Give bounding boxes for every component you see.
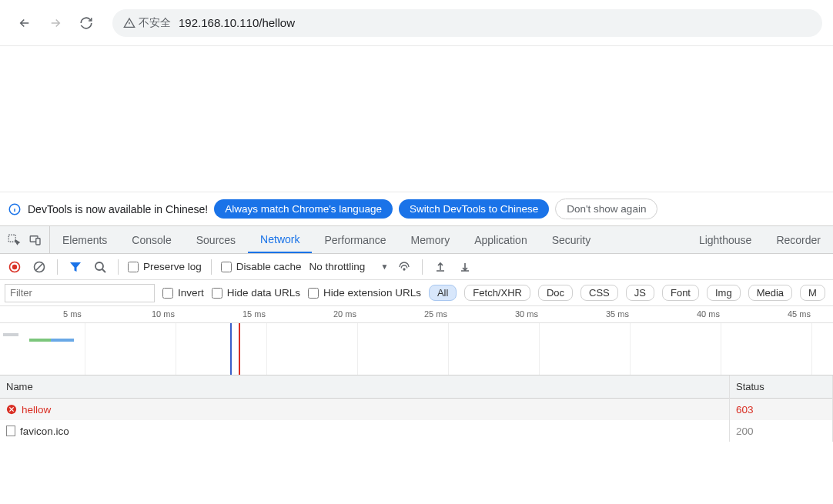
page-viewport [0,46,833,192]
tab-recorder[interactable]: Recorder [764,226,833,253]
table-row[interactable]: hellow [0,399,729,420]
always-match-button[interactable]: Always match Chrome's language [214,199,393,219]
tab-sources[interactable]: Sources [184,226,248,253]
back-button[interactable] [11,9,38,37]
search-icon[interactable] [92,259,109,275]
timeline-overview[interactable]: 5 ms 10 ms 15 ms 20 ms 25 ms 30 ms 35 ms… [0,306,833,375]
reload-icon [79,16,93,30]
hide-extension-urls-checkbox[interactable]: Hide extension URLs [308,287,421,299]
reload-button[interactable] [72,9,100,37]
column-header-name[interactable]: Name [0,375,729,399]
timeline-bar [51,339,74,342]
clear-button[interactable] [31,259,48,275]
hide-data-urls-checkbox[interactable]: Hide data URLs [212,287,300,299]
svg-point-8 [403,269,405,270]
timeline-bar [29,339,52,342]
filter-chip-fetch[interactable]: Fetch/XHR [464,285,530,301]
filter-chip-manifest[interactable]: M [800,285,825,301]
document-icon [6,426,15,436]
request-table: Name hellow favicon.ico Status 603 200 [0,375,833,442]
language-notice-bar: DevTools is now available in Chinese! Al… [0,192,833,226]
filter-chip-js[interactable]: JS [626,285,654,301]
filter-chip-doc[interactable]: Doc [538,285,573,301]
arrow-left-icon [18,16,32,30]
forward-button[interactable] [42,9,69,37]
tab-elements[interactable]: Elements [50,226,119,253]
url-text: 192.168.10.110/hellow [179,16,295,29]
timeline-bar [3,333,18,336]
filter-chip-css[interactable]: CSS [580,285,618,301]
table-row[interactable]: favicon.ico [0,420,729,442]
info-icon [8,202,22,216]
tab-performance[interactable]: Performance [312,226,398,253]
svg-rect-3 [36,238,40,244]
switch-devtools-button[interactable]: Switch DevTools to Chinese [399,199,549,219]
warning-triangle-icon [123,17,135,29]
tab-network[interactable]: Network [248,226,312,253]
status-cell: 603 [730,399,832,420]
request-name: hellow [22,404,51,416]
browser-toolbar: 不安全 192.168.10.110/hellow [0,0,833,46]
dom-content-marker [230,323,232,375]
chevron-down-icon: ▼ [380,262,388,271]
invert-checkbox[interactable]: Invert [162,287,204,299]
filter-chip-img[interactable]: Img [707,285,741,301]
disable-cache-checkbox[interactable]: Disable cache [221,261,302,272]
filter-chip-font[interactable]: Font [662,285,699,301]
filter-toggle-icon[interactable] [67,259,84,275]
tab-memory[interactable]: Memory [399,226,463,253]
filter-input[interactable] [5,284,155,302]
inspect-element-icon[interactable] [6,232,22,248]
security-indicator[interactable]: 不安全 [123,16,171,30]
devtools-tabs: Elements Console Sources Network Perform… [0,226,833,254]
load-marker [239,323,240,375]
error-icon [6,404,17,415]
language-notice-text: DevTools is now available in Chinese! [28,203,208,215]
preserve-log-checkbox[interactable]: Preserve log [128,261,202,272]
tab-application[interactable]: Application [462,226,540,253]
filter-chip-all[interactable]: All [429,285,457,301]
svg-point-7 [95,262,103,270]
url-bar[interactable]: 不安全 192.168.10.110/hellow [112,9,822,37]
device-toggle-icon[interactable] [28,232,43,248]
security-label: 不安全 [139,16,171,30]
svg-point-5 [12,264,17,269]
timeline-ruler: 5 ms 10 ms 15 ms 20 ms 25 ms 30 ms 35 ms… [0,306,833,323]
download-har-icon[interactable] [457,259,473,275]
record-button[interactable] [6,259,23,275]
arrow-right-icon [49,16,62,30]
tab-lighthouse[interactable]: Lighthouse [687,226,764,253]
request-name: favicon.ico [20,426,69,437]
upload-har-icon[interactable] [432,259,449,275]
network-conditions-icon[interactable] [396,259,413,275]
column-header-status[interactable]: Status [730,375,832,399]
dont-show-again-button[interactable]: Don't show again [555,199,657,219]
filter-chip-media[interactable]: Media [748,285,792,301]
throttling-select[interactable]: No throttling ▼ [309,261,389,272]
tab-console[interactable]: Console [119,226,183,253]
filter-bar: Invert Hide data URLs Hide extension URL… [0,280,833,306]
network-toolbar: Preserve log Disable cache No throttling… [0,254,833,280]
status-cell: 200 [730,420,832,442]
tab-security[interactable]: Security [540,226,604,253]
